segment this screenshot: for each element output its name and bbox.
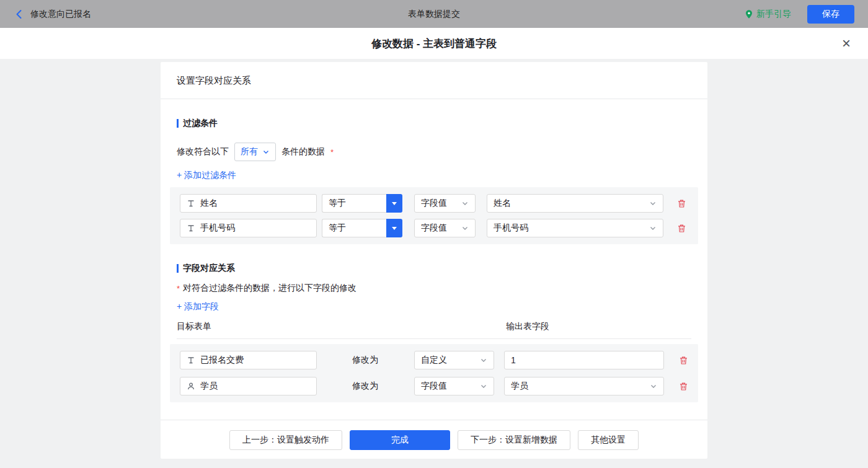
filter-row: 手机号码 等于 字段值 手机号码 xyxy=(180,219,688,237)
chevron-down-icon xyxy=(461,224,469,232)
section-accent-bar xyxy=(177,119,179,128)
filter-operator-select[interactable]: 等于 xyxy=(322,219,402,237)
other-settings-button[interactable]: 其他设置 xyxy=(578,430,639,450)
mapping-rows-container: 已报名交费 修改为 自定义 1 xyxy=(170,344,698,402)
add-field-link[interactable]: + 添加字段 xyxy=(177,301,219,312)
filter-prefix-label: 修改符合以下 xyxy=(177,146,229,157)
modify-to-label: 修改为 xyxy=(352,381,378,392)
mapping-field-input[interactable]: 学员 xyxy=(180,377,317,395)
text-field-icon xyxy=(187,224,195,232)
card-header-title: 设置字段对应关系 xyxy=(161,62,707,99)
location-pin-icon xyxy=(745,9,753,19)
delete-row-icon[interactable] xyxy=(679,356,688,365)
mapping-description: * 对符合过滤条件的数据，进行以下字段的修改 xyxy=(177,283,691,294)
filter-row: 姓名 等于 字段值 姓名 xyxy=(180,194,688,213)
mapping-value-select[interactable]: 学员 xyxy=(504,377,664,395)
person-icon xyxy=(187,382,195,391)
beginner-guide-label[interactable]: 新手引导 xyxy=(756,9,791,20)
delete-row-icon[interactable] xyxy=(677,199,686,208)
settings-card: 设置字段对应关系 过滤条件 修改符合以下 所有 条件的数据 * + 添加过滤条件 xyxy=(161,62,707,459)
dialog-title: 修改数据 - 主表到普通字段 xyxy=(371,37,497,51)
text-field-icon xyxy=(187,356,195,364)
required-mark: * xyxy=(177,284,180,293)
mapping-row: 学员 修改为 字段值 学员 xyxy=(180,377,688,395)
delete-row-icon[interactable] xyxy=(677,224,686,233)
filter-condition-line: 修改符合以下 所有 条件的数据 * xyxy=(177,143,691,161)
close-icon[interactable]: × xyxy=(842,36,851,51)
operator-dropdown-toggle[interactable] xyxy=(386,219,402,237)
next-step-button[interactable]: 下一步：设置新增数据 xyxy=(458,430,570,450)
match-mode-select[interactable]: 所有 xyxy=(234,143,276,161)
filter-value-select[interactable]: 姓名 xyxy=(487,194,663,213)
mapping-column-headers: 目标表单 输出表字段 xyxy=(177,321,691,339)
back-label[interactable]: 修改意向已报名 xyxy=(30,9,91,20)
prev-step-button[interactable]: 上一步：设置触发动作 xyxy=(229,430,342,450)
filter-operator-select[interactable]: 等于 xyxy=(322,194,402,213)
filter-rows-container: 姓名 等于 字段值 姓名 xyxy=(170,187,698,244)
modify-to-label: 修改为 xyxy=(352,355,378,366)
save-button[interactable]: 保存 xyxy=(807,5,854,24)
chevron-down-icon xyxy=(649,200,657,207)
filter-value-select[interactable]: 手机号码 xyxy=(487,219,663,237)
operator-dropdown-toggle[interactable] xyxy=(386,194,402,213)
page-title: 表单数据提交 xyxy=(408,9,460,20)
filter-field-input[interactable]: 手机号码 xyxy=(180,219,317,237)
chevron-down-icon xyxy=(461,200,469,207)
mapping-section-title: 字段对应关系 xyxy=(177,244,691,274)
chevron-down-icon xyxy=(262,148,270,156)
caret-down-icon xyxy=(392,202,397,205)
section-accent-bar xyxy=(177,264,179,273)
back-button[interactable]: 修改意向已报名 xyxy=(14,9,91,20)
filter-section-title: 过滤条件 xyxy=(177,99,691,129)
beginner-guide-link[interactable]: 新手引导 xyxy=(745,9,791,20)
required-mark: * xyxy=(330,148,334,157)
mapping-value-input[interactable]: 1 xyxy=(504,351,664,369)
filter-value-type-select[interactable]: 字段值 xyxy=(414,194,476,213)
filter-value-type-select[interactable]: 字段值 xyxy=(414,219,476,237)
back-chevron-icon[interactable] xyxy=(14,9,25,20)
card-footer: 上一步：设置触发动作 完成 下一步：设置新增数据 其他设置 xyxy=(161,420,707,459)
text-field-icon xyxy=(187,199,195,208)
topbar: 修改意向已报名 表单数据提交 新手引导 保存 xyxy=(0,0,868,28)
chevron-down-icon xyxy=(650,382,657,390)
delete-row-icon[interactable] xyxy=(679,382,688,391)
done-button[interactable]: 完成 xyxy=(350,430,450,450)
column-target-form: 目标表单 xyxy=(177,321,506,332)
mapping-value-type-select[interactable]: 自定义 xyxy=(414,351,494,369)
chevron-down-icon xyxy=(480,382,487,390)
column-output-field: 输出表字段 xyxy=(506,321,549,332)
mapping-value-type-select[interactable]: 字段值 xyxy=(414,377,494,395)
main-content: 设置字段对应关系 过滤条件 修改符合以下 所有 条件的数据 * + 添加过滤条件 xyxy=(0,59,868,468)
mapping-field-input[interactable]: 已报名交费 xyxy=(180,351,317,369)
caret-down-icon xyxy=(392,227,397,230)
chevron-down-icon xyxy=(480,356,487,364)
mapping-row: 已报名交费 修改为 自定义 1 xyxy=(180,351,688,369)
filter-suffix-label: 条件的数据 xyxy=(281,146,325,157)
filter-field-input[interactable]: 姓名 xyxy=(180,194,317,213)
dialog-header: 修改数据 - 主表到普通字段 × xyxy=(0,28,868,59)
chevron-down-icon xyxy=(649,224,657,232)
add-filter-condition-link[interactable]: + 添加过滤条件 xyxy=(177,170,236,181)
